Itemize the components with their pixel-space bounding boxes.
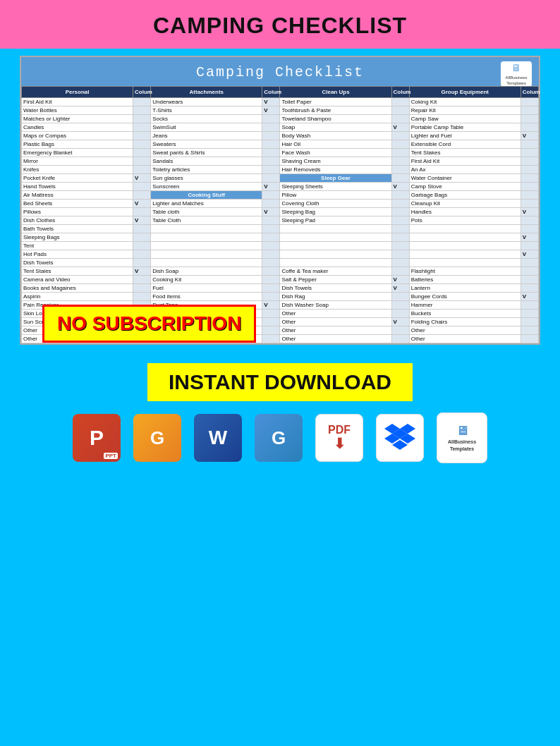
word-icon: W bbox=[194, 414, 242, 462]
table-row: Sleeping Bags V bbox=[22, 233, 539, 242]
no-subscription-overlay: NO SUBSCRIPTION bbox=[42, 305, 256, 343]
col-attachments: Attachments bbox=[151, 87, 262, 98]
table-row: Hand Towels SunscreenV Sleeping SheetsV … bbox=[22, 183, 539, 191]
table-row: Tent StalesV Dish Soap Coffe & Tea maker… bbox=[22, 267, 539, 276]
table-row: Air Mattress Cooking Stuff Pillow Garbag… bbox=[22, 191, 539, 200]
table-row: Emergency Blanket Sweat pants & Shirts F… bbox=[22, 149, 539, 157]
instant-download-banner: INSTANT DOWNLOAD bbox=[147, 363, 413, 401]
logo-monitor-icon: 🖥 bbox=[511, 61, 521, 74]
page-title: CAMPING CHECKLIST bbox=[0, 13, 560, 39]
main-card: Camping Checklist 🖥 AllBusinessTemplates… bbox=[20, 56, 540, 345]
google-docs-icon: G bbox=[255, 414, 303, 462]
table-row: Bath Towels bbox=[22, 225, 539, 233]
google-slides-icon: G bbox=[133, 414, 181, 462]
bottom-section: INSTANT DOWNLOAD P PPT G W G PDF ⬇ bbox=[0, 352, 560, 470]
col-personal: Personal bbox=[22, 87, 133, 98]
top-banner: CAMPING CHECKLIST bbox=[0, 0, 560, 49]
col-check1: Colum bbox=[133, 87, 151, 98]
table-row: Hot Pads V bbox=[22, 250, 539, 259]
table-row: Dish Towels bbox=[22, 259, 539, 267]
col-group-equipment: Group Equipment bbox=[409, 87, 521, 98]
table-row: Maps or Compas Jeans Body Wash Lighter a… bbox=[22, 132, 539, 140]
col-check2: Colum bbox=[262, 87, 280, 98]
instant-download-text: INSTANT DOWNLOAD bbox=[169, 370, 391, 394]
powerpoint-icon: P PPT bbox=[73, 414, 121, 462]
table-row: Aspirin Food items Dish Rag Bungee Cords… bbox=[22, 293, 539, 301]
sheet-header: Camping Checklist 🖥 AllBusinessTemplates bbox=[21, 57, 539, 86]
spreadsheet-container: Personal Colum Attachments Colum Clean U… bbox=[21, 86, 539, 343]
table-row: Dish ClothesV Table Cloth Sleeping Pad P… bbox=[22, 216, 539, 225]
allbusiness-templates-icon: 🖥 AllBusinessTemplates bbox=[437, 412, 487, 463]
table-row: Bed SheetsV Lighter and Matches Covering… bbox=[22, 200, 539, 208]
pdf-icon: PDF ⬇ bbox=[315, 414, 363, 462]
table-row: Water Bottles T-ShirtsV Toothbrush & Pas… bbox=[22, 106, 539, 115]
allbusiness-logo: 🖥 AllBusinessTemplates bbox=[501, 61, 532, 87]
table-row: Tent bbox=[22, 242, 539, 250]
table-row: Matches or Lighter Socks Toweland Shampo… bbox=[22, 115, 539, 123]
table-row: Pocket KnifeV Sun glasses Sleep Gear Wat… bbox=[22, 174, 539, 183]
col-check4: Colum bbox=[521, 87, 538, 98]
table-row: Plastic Bags Sweaters Hair Oil Extensibl… bbox=[22, 140, 539, 149]
table-row: Camera and Video Cooking Kit Salt & Pepp… bbox=[22, 276, 539, 284]
table-row: Knifes Toiletry articles Hair Removeds A… bbox=[22, 166, 539, 174]
logo-text: AllBusinessTemplates bbox=[505, 75, 527, 87]
table-row: First Aid Kit UnderwearsV Toilet Paper C… bbox=[22, 98, 539, 106]
col-check3: Colum bbox=[391, 87, 409, 98]
app-icons-row: P PPT G W G PDF ⬇ bbox=[0, 412, 560, 463]
table-row: Books and Magaines Fuel Dish TowelsV Lan… bbox=[22, 284, 539, 293]
no-subscription-text: NO SUBSCRIPTION bbox=[57, 312, 241, 335]
table-row: Candles SwimSuit SoapV Portable Camp Tab… bbox=[22, 123, 539, 132]
col-cleanups: Clean Ups bbox=[280, 87, 391, 98]
table-row: Pillows Table clothV Sleeping Bag Handle… bbox=[22, 208, 539, 216]
sheet-title: Camping Checklist bbox=[196, 64, 364, 80]
table-row: Mirror Sandals Shaving Cream First Aid K… bbox=[22, 157, 539, 166]
dropbox-icon bbox=[376, 414, 424, 462]
